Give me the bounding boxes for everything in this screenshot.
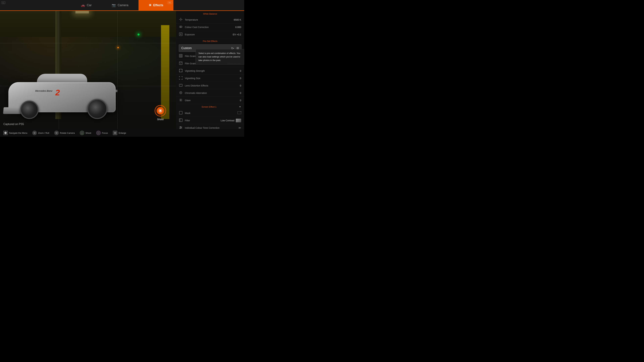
control-rotate: Rotate Camera bbox=[54, 131, 75, 135]
svg-line-35 bbox=[180, 99, 180, 99]
enlarge-btn[interactable] bbox=[113, 131, 117, 135]
svg-point-23 bbox=[180, 62, 180, 63]
svg-rect-60 bbox=[115, 132, 116, 133]
exposure-row[interactable]: Exposure EV +0.2 bbox=[176, 31, 244, 38]
svg-rect-61 bbox=[114, 133, 115, 134]
colour-tone-row[interactable]: Individual Colour Tone Correction ≫ bbox=[176, 124, 244, 129]
nav-effects[interactable]: ☀ Effects R1 bbox=[138, 0, 174, 10]
double-arrow-icon: ≫ bbox=[238, 126, 241, 129]
camera-icon: 📷 bbox=[112, 3, 116, 7]
shoot-bottom-label: Shoot bbox=[86, 132, 91, 134]
svg-rect-18 bbox=[181, 55, 182, 56]
focus-btn[interactable]: □ bbox=[96, 131, 100, 135]
nav-camera[interactable]: 📷 Camera bbox=[102, 0, 138, 10]
svg-point-50 bbox=[180, 128, 180, 129]
film-grain-mode-icon bbox=[179, 61, 184, 65]
temperature-value: 6500 K bbox=[234, 18, 241, 21]
shoot-label: Shoot bbox=[157, 118, 164, 121]
lens-distortion-row[interactable]: Lens Distortion Effects 0 bbox=[176, 82, 244, 89]
vignetting-size-row[interactable]: Vignetting Size 0 bbox=[176, 75, 244, 82]
car-icon: 🚗 bbox=[81, 3, 85, 7]
svg-rect-22 bbox=[179, 62, 182, 65]
film-grain-icon bbox=[179, 54, 184, 58]
wheel-front-left bbox=[20, 100, 38, 119]
joystick-icon bbox=[34, 132, 36, 134]
screen-effect-header[interactable]: Screen Effect 1 ▼ bbox=[176, 104, 244, 109]
svg-point-30 bbox=[180, 99, 181, 100]
effects-icon: ☀ bbox=[148, 3, 152, 7]
control-shoot: △ Shoot bbox=[80, 131, 91, 135]
mask-value bbox=[238, 111, 241, 115]
lens-distortion-value: 0 bbox=[240, 84, 241, 87]
rotate-button[interactable] bbox=[54, 131, 59, 135]
control-zoom: Zoom / Roll bbox=[32, 131, 49, 135]
svg-rect-39 bbox=[179, 111, 182, 114]
glare-label: Glare bbox=[185, 99, 240, 102]
mask-row[interactable]: Mask bbox=[176, 109, 244, 117]
filter-value-container: Low Contrast bbox=[221, 119, 241, 122]
temperature-row[interactable]: Temperature 6500 K bbox=[176, 16, 244, 23]
svg-point-48 bbox=[180, 126, 181, 127]
vignetting-size-icon bbox=[179, 76, 184, 80]
screen-effect-collapse-icon: ▼ bbox=[239, 105, 241, 108]
nav-effects-label: Effects bbox=[153, 3, 163, 7]
l1-button[interactable]: L1 bbox=[1, 1, 5, 4]
filter-icon bbox=[179, 118, 184, 122]
rotate-joystick-icon bbox=[56, 132, 58, 134]
white-balance-header: White Balance bbox=[176, 11, 244, 16]
nav-underline bbox=[0, 10, 244, 11]
lens-distortion-label: Lens Distortion Effects bbox=[185, 84, 240, 87]
svg-rect-21 bbox=[181, 56, 182, 57]
game-viewport: 2 Mercedes-Benz Captured on PS5 Shoot bbox=[0, 0, 176, 129]
colour-cast-value: 0.000 bbox=[235, 26, 241, 28]
svg-rect-53 bbox=[4, 132, 5, 133]
glare-row[interactable]: Glare 0 bbox=[176, 97, 244, 104]
svg-rect-16 bbox=[180, 55, 180, 56]
svg-point-1 bbox=[160, 110, 161, 112]
focus-label: Focus bbox=[102, 132, 108, 134]
tooltip-box: Select a pre-set combination of effects.… bbox=[196, 49, 244, 64]
vignetting-strength-value: 0 bbox=[240, 69, 241, 72]
grid-enlarge-icon bbox=[114, 132, 116, 134]
bg-traffic-light bbox=[138, 33, 140, 35]
nav-car[interactable]: 🚗 Car bbox=[71, 0, 102, 10]
svg-point-2 bbox=[180, 19, 182, 20]
svg-point-49 bbox=[181, 127, 182, 128]
navigate-button[interactable] bbox=[3, 131, 8, 135]
mask-icon bbox=[179, 111, 184, 115]
colour-cast-row[interactable]: Colour Cast Correction 0.000 bbox=[176, 23, 244, 31]
preset-effects-header: Pre-Set Effects bbox=[176, 38, 244, 43]
colour-tone-icon bbox=[179, 126, 184, 129]
rotate-label: Rotate Camera bbox=[60, 132, 75, 134]
screen-effect-label: Screen Effect 1 bbox=[179, 106, 239, 108]
filter-thumbnail bbox=[236, 119, 241, 122]
captured-label: Captured on PS5 bbox=[3, 123, 24, 126]
svg-point-58 bbox=[56, 133, 57, 133]
vignetting-size-label: Vignetting Size bbox=[185, 77, 240, 80]
zoom-label: Zoom / Roll bbox=[38, 132, 49, 134]
svg-point-29 bbox=[180, 92, 181, 93]
temperature-icon bbox=[179, 18, 184, 22]
filter-row[interactable]: Filter Low Contrast bbox=[176, 117, 244, 124]
vignetting-strength-icon bbox=[179, 69, 184, 73]
svg-rect-13 bbox=[180, 55, 180, 55]
svg-rect-20 bbox=[180, 56, 181, 57]
svg-point-24 bbox=[181, 62, 182, 63]
shoot-button-container[interactable]: Shoot bbox=[155, 105, 166, 121]
r1-button[interactable]: R1 bbox=[168, 1, 172, 4]
bg-orange-light bbox=[118, 47, 119, 48]
shoot-btn[interactable]: △ bbox=[80, 131, 84, 135]
nav-camera-label: Camera bbox=[118, 3, 128, 7]
vignetting-strength-row[interactable]: Vignetting Strength 0 bbox=[176, 67, 244, 75]
glare-value: 0 bbox=[240, 99, 241, 102]
svg-rect-62 bbox=[115, 133, 116, 134]
svg-rect-40 bbox=[238, 111, 241, 114]
zoom-button[interactable] bbox=[32, 131, 37, 135]
chromatic-aberration-row[interactable]: Chromatic Aberration 0 bbox=[176, 89, 244, 97]
shoot-circle[interactable] bbox=[155, 105, 166, 116]
svg-rect-19 bbox=[180, 56, 180, 57]
car-brand-text: Mercedes-Benz bbox=[35, 89, 52, 92]
filter-value: Low Contrast bbox=[221, 119, 234, 122]
svg-line-36 bbox=[182, 100, 182, 101]
top-navigation: L1 🚗 Car 📷 Camera ☀ Effects R1 bbox=[0, 0, 244, 10]
